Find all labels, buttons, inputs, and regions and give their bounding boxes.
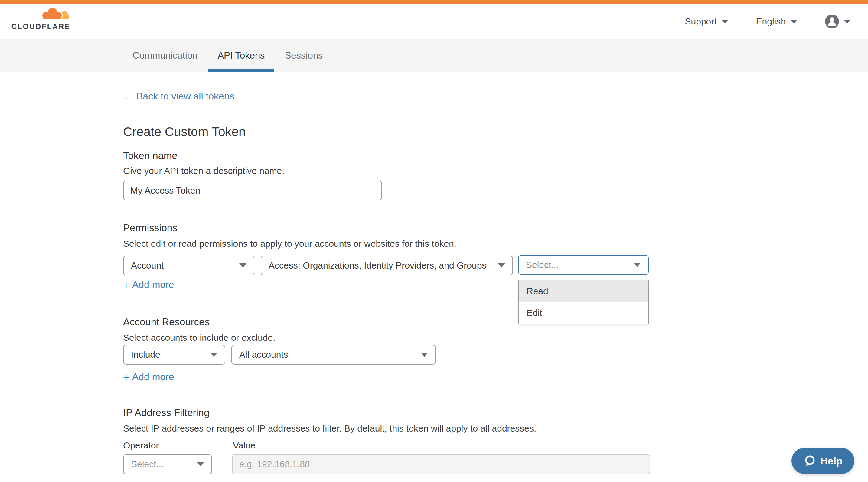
chevron-down-icon bbox=[498, 263, 505, 268]
account-resources-description: Select accounts to include or exclude. bbox=[123, 333, 276, 343]
permission-scope-value: Account bbox=[131, 260, 164, 270]
ip-operator-placeholder: Select... bbox=[131, 459, 164, 469]
menu-option-read[interactable]: Read bbox=[519, 280, 648, 302]
token-name-input[interactable] bbox=[123, 181, 382, 200]
header: CLOUDFLARE Support English bbox=[0, 4, 868, 39]
permissions-add-more-link[interactable]: + Add more bbox=[123, 279, 174, 290]
ip-operator-dropdown[interactable]: Select... bbox=[123, 454, 212, 474]
chevron-down-icon bbox=[722, 20, 728, 24]
ip-value-input[interactable] bbox=[232, 454, 650, 474]
back-to-tokens-link[interactable]: ← Back to view all tokens bbox=[123, 91, 235, 102]
account-menu[interactable] bbox=[825, 14, 850, 28]
add-more-label: Add more bbox=[132, 371, 174, 383]
resource-mode-dropdown[interactable]: Include bbox=[123, 345, 225, 365]
language-label: English bbox=[756, 16, 786, 27]
chevron-down-icon bbox=[421, 353, 428, 357]
permission-group-dropdown[interactable]: Access: Organizations, Identity Provider… bbox=[261, 256, 513, 276]
chevron-down-icon bbox=[633, 263, 641, 267]
chevron-down-icon bbox=[844, 20, 850, 24]
permissions-heading: Permissions bbox=[123, 222, 178, 234]
help-button[interactable]: Help bbox=[792, 448, 855, 474]
user-avatar-icon bbox=[825, 14, 839, 28]
chevron-down-icon bbox=[210, 353, 217, 357]
tab-sessions[interactable]: Sessions bbox=[276, 39, 332, 72]
cloudflare-logo[interactable]: CLOUDFLARE bbox=[18, 7, 70, 30]
page-title: Create Custom Token bbox=[123, 125, 246, 139]
ip-filtering-heading: IP Address Filtering bbox=[123, 407, 210, 418]
resource-accounts-value: All accounts bbox=[239, 350, 288, 360]
plus-icon: + bbox=[123, 280, 129, 290]
language-menu[interactable]: English bbox=[756, 16, 797, 27]
back-link-label: Back to view all tokens bbox=[136, 91, 235, 102]
help-button-label: Help bbox=[820, 455, 843, 467]
tab-api-tokens[interactable]: API Tokens bbox=[208, 39, 274, 72]
value-label: Value bbox=[233, 440, 255, 451]
cloudflare-cloud-icon bbox=[38, 7, 70, 22]
resource-accounts-dropdown[interactable]: All accounts bbox=[231, 345, 436, 365]
chevron-down-icon bbox=[790, 20, 797, 24]
chat-bubble-icon bbox=[803, 454, 816, 467]
support-label: Support bbox=[685, 16, 717, 27]
permission-scope-dropdown[interactable]: Account bbox=[123, 256, 254, 276]
brand-color-bar bbox=[0, 0, 868, 4]
tab-communication[interactable]: Communication bbox=[123, 39, 207, 72]
cloudflare-wordmark: CLOUDFLARE bbox=[11, 23, 70, 30]
token-name-heading: Token name bbox=[123, 150, 178, 161]
permission-access-menu: Read Edit bbox=[518, 280, 649, 324]
add-more-label: Add more bbox=[132, 279, 174, 290]
permission-access-placeholder: Select... bbox=[526, 260, 559, 270]
plus-icon: + bbox=[123, 372, 129, 382]
resource-mode-value: Include bbox=[131, 350, 160, 360]
permission-group-value: Access: Organizations, Identity Provider… bbox=[269, 260, 486, 270]
operator-label: Operator bbox=[123, 440, 159, 451]
back-arrow-icon: ← bbox=[123, 91, 133, 102]
support-menu[interactable]: Support bbox=[685, 16, 728, 27]
chevron-down-icon bbox=[239, 263, 247, 268]
token-name-description: Give your API token a descriptive name. bbox=[123, 166, 285, 176]
chevron-down-icon bbox=[197, 462, 204, 466]
tab-bar: Communication API Tokens Sessions bbox=[0, 39, 868, 72]
ip-filtering-description: Select IP addresses or ranges of IP addr… bbox=[123, 423, 536, 433]
account-resources-add-more-link[interactable]: + Add more bbox=[123, 371, 174, 383]
account-resources-heading: Account Resources bbox=[123, 316, 210, 328]
permission-access-dropdown[interactable]: Select... bbox=[518, 255, 649, 275]
permissions-description: Select edit or read permissions to apply… bbox=[123, 238, 456, 249]
menu-option-edit[interactable]: Edit bbox=[519, 302, 648, 324]
